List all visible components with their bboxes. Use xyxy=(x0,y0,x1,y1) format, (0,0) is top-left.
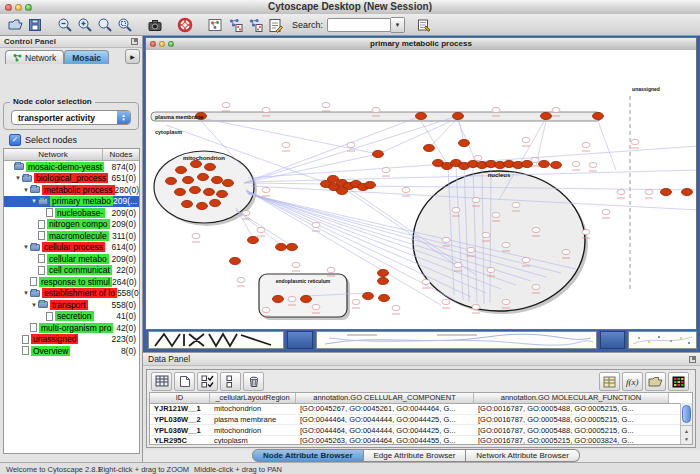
tree-row[interactable]: nucleobase-209(0) xyxy=(4,207,139,219)
tree-row[interactable]: ▼transport558(0) xyxy=(4,299,139,311)
table-cell[interactable]: YPL036W__2 xyxy=(150,415,210,424)
table-cell[interactable]: [GO:0016787, GO:0005488, GO:0005215, G..… xyxy=(474,415,669,424)
tab-mosaic[interactable]: Mosaic xyxy=(64,50,109,64)
network-node-outline[interactable] xyxy=(531,157,539,162)
tree-col-network[interactable]: Network xyxy=(4,149,103,160)
network-node-outline[interactable] xyxy=(222,102,230,107)
zoom-selected-icon[interactable] xyxy=(116,16,133,33)
network-node[interactable] xyxy=(182,200,193,207)
tree-row[interactable]: cell communicat22(0) xyxy=(4,265,139,277)
network-node[interactable] xyxy=(365,181,376,188)
refresh-index-icon[interactable] xyxy=(415,16,432,33)
expand-triangle-icon[interactable]: ▼ xyxy=(14,175,22,181)
tree-row[interactable]: cellular metabo209(0) xyxy=(4,253,139,265)
network-node[interactable] xyxy=(453,112,464,119)
table-cell[interactable]: mitochondrion xyxy=(210,426,296,435)
delete-attribute-icon[interactable] xyxy=(243,372,264,391)
save-session-icon[interactable] xyxy=(26,16,43,33)
network-node[interactable] xyxy=(379,294,390,301)
table-row[interactable]: YJR121W__1mitochondrion[GO:0045267, GO:0… xyxy=(150,404,692,415)
network-node-outline[interactable] xyxy=(262,307,270,312)
network-node-outline[interactable] xyxy=(645,189,653,194)
network-node-outline[interactable] xyxy=(288,296,296,301)
network-node[interactable] xyxy=(593,112,604,119)
expand-triangle-icon[interactable]: ▼ xyxy=(22,290,30,296)
search-input[interactable] xyxy=(327,18,391,32)
network-node[interactable] xyxy=(183,176,194,183)
network-node-outline[interactable] xyxy=(487,267,495,272)
network-node[interactable] xyxy=(373,150,384,157)
zoom-out-icon[interactable] xyxy=(56,16,73,33)
table-cell[interactable]: mitochondrion xyxy=(210,404,296,413)
network-node-outline[interactable] xyxy=(352,299,360,304)
table-row[interactable]: YPL036W__2plasma membrane[GO:0044464, GO… xyxy=(150,415,692,426)
network-node-outline[interactable] xyxy=(552,107,560,112)
table-row[interactable]: YPL036W__1mitochondrion[GO:0044464, GO:0… xyxy=(150,425,692,436)
attribute-table-icon[interactable] xyxy=(599,372,620,391)
network-node[interactable] xyxy=(459,139,470,146)
tree-row[interactable]: ▼primary metabo209(... xyxy=(4,196,139,208)
network-node[interactable] xyxy=(551,161,562,168)
float-panel-icon[interactable] xyxy=(131,38,138,45)
network-node-outline[interactable] xyxy=(347,142,355,147)
network-node-outline[interactable] xyxy=(582,142,590,147)
network-node-outline[interactable] xyxy=(532,227,540,232)
unselect-attributes-icon[interactable] xyxy=(220,372,241,391)
network-node[interactable] xyxy=(416,112,427,119)
network-node-outline[interactable] xyxy=(582,229,590,234)
tree-row[interactable]: secretion41(0) xyxy=(4,311,139,323)
network-node[interactable] xyxy=(661,188,672,195)
select-nodes-checkbox[interactable]: ✓ xyxy=(9,134,21,146)
tab-network-attribute-browser[interactable]: Network Attribute Browser xyxy=(466,449,579,462)
network-node-outline[interactable] xyxy=(192,233,200,238)
snapshot-icon[interactable] xyxy=(146,16,163,33)
network-node-outline[interactable] xyxy=(589,162,597,167)
network-node[interactable] xyxy=(212,176,223,183)
tab-node-attribute-browser[interactable]: Node Attribute Browser xyxy=(252,449,364,462)
expand-triangle-icon[interactable]: ▼ xyxy=(30,302,38,308)
network-node-outline[interactable] xyxy=(502,242,510,247)
network-node-outline[interactable] xyxy=(442,299,450,304)
network-node-outline[interactable] xyxy=(472,197,480,202)
network-node-outline[interactable] xyxy=(512,202,520,207)
network-node[interactable] xyxy=(217,190,228,197)
network-node-outline[interactable] xyxy=(442,237,450,242)
network-node-outline[interactable] xyxy=(474,155,482,160)
annotation-icon[interactable] xyxy=(266,16,283,33)
network-node[interactable] xyxy=(176,166,187,173)
tree-row[interactable]: ▼metabolic process280(0) xyxy=(4,184,139,196)
network-node-outline[interactable] xyxy=(452,207,460,212)
network-node-outline[interactable] xyxy=(392,305,400,310)
table-column-header[interactable]: annotation.GO CELLULAR_COMPONENT xyxy=(296,393,474,403)
table-row[interactable]: YLR295Ccytoplasm[GO:0045263, GO:0044464,… xyxy=(150,436,692,445)
help-icon[interactable] xyxy=(176,16,193,33)
network-node-outline[interactable] xyxy=(262,107,270,112)
network-node[interactable] xyxy=(230,257,241,264)
network-node[interactable] xyxy=(248,236,259,243)
network-node[interactable] xyxy=(378,269,389,276)
network-node[interactable] xyxy=(197,202,208,209)
table-cell[interactable]: [GO:0016787, GO:0005215, GO:0003824, G..… xyxy=(474,436,669,445)
table-cell[interactable]: [GO:0045263, GO:0044464, GO:0044455, G..… xyxy=(296,436,474,445)
network-node[interactable] xyxy=(539,160,550,167)
float-data-panel-icon[interactable] xyxy=(689,356,696,363)
table-cell[interactable]: YJR121W__1 xyxy=(150,404,210,413)
scrollbar-arrows[interactable]: ▲▼ xyxy=(681,425,692,444)
network-node-outline[interactable] xyxy=(572,161,580,166)
zoom-in-icon[interactable] xyxy=(76,16,93,33)
table-cell[interactable]: [GO:0016787, GO:0005488, GO:0005215, G..… xyxy=(474,404,669,413)
network-node-outline[interactable] xyxy=(631,139,639,144)
network-node[interactable] xyxy=(682,188,693,195)
table-column-header[interactable]: ID xyxy=(150,393,210,403)
tab-edge-attribute-browser[interactable]: Edge Attribute Browser xyxy=(364,449,467,462)
network-node-outline[interactable] xyxy=(422,279,430,284)
table-column-header[interactable]: _cellularLayoutRegion xyxy=(210,393,296,403)
tree-row[interactable]: mosaic-demo-yeast874(0) xyxy=(4,161,139,173)
tree-row[interactable]: ▼biological_process651(0) xyxy=(4,173,139,185)
network-node-outline[interactable] xyxy=(522,257,530,262)
network-node-outline[interactable] xyxy=(292,262,300,267)
select-attributes-icon[interactable] xyxy=(197,372,218,391)
network-node[interactable] xyxy=(363,292,374,299)
expand-triangle-icon[interactable]: ▼ xyxy=(22,187,30,193)
export-network-icon[interactable] xyxy=(246,16,263,33)
